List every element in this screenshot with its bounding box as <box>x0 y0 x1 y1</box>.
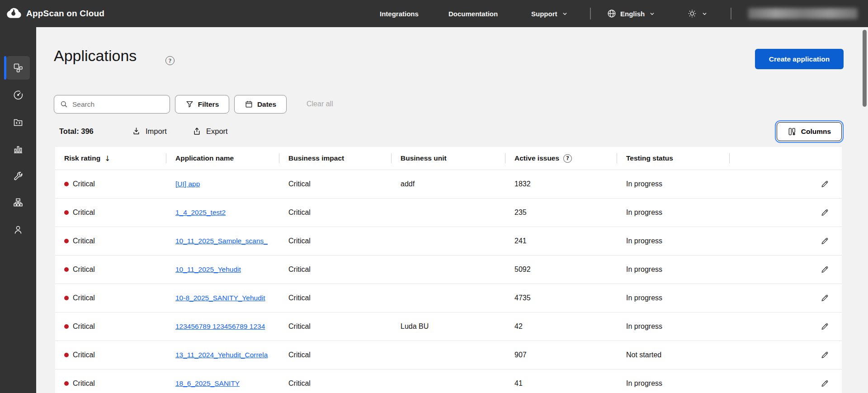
actions-cell <box>730 180 842 189</box>
application-link[interactable]: 123456789 123456789 1234 <box>175 322 265 331</box>
application-link[interactable]: 10-8_2025_SANITY_Yehudit <box>175 294 265 302</box>
testing-status-value: In progress <box>617 208 730 217</box>
risk-rating-cell: Critical <box>55 237 166 245</box>
sidebar-item-code-projects[interactable] <box>0 109 36 135</box>
table-row: Critical 18_6_2025_SANITY Critical 41 In… <box>55 369 842 393</box>
column-header-risk-rating[interactable]: Risk rating ↓ <box>55 147 166 170</box>
column-header-business-unit[interactable]: Business unit <box>392 147 505 170</box>
theme-selector[interactable] <box>687 0 708 27</box>
actions-cell <box>730 350 842 360</box>
active-issues-value: 41 <box>505 379 617 388</box>
sidebar-item-scans[interactable] <box>0 82 36 108</box>
language-selector[interactable]: English <box>607 0 656 27</box>
total-count: Total: 396 <box>59 127 94 136</box>
risk-rating-value: Critical <box>73 294 95 302</box>
user-account-menu-redacted[interactable] <box>748 8 858 19</box>
users-icon <box>6 218 30 241</box>
application-link[interactable]: 13_11_2024_Yehudit_Correla <box>175 351 268 359</box>
search-input[interactable] <box>72 100 154 109</box>
sidebar-item-users[interactable] <box>0 217 36 242</box>
active-issues-value: 42 <box>505 322 617 331</box>
business-impact-value: Critical <box>279 379 392 388</box>
table-row: Critical 123456789 123456789 1234 Critic… <box>55 312 842 341</box>
table-row: Critical 10_11_2025_Yehudit Critical 509… <box>55 255 842 284</box>
testing-status-value: In progress <box>617 322 730 331</box>
critical-dot-icon <box>64 296 69 300</box>
sidebar-item-applications[interactable] <box>0 55 36 80</box>
edit-icon[interactable] <box>820 265 829 274</box>
risk-rating-cell: Critical <box>55 351 166 359</box>
edit-icon[interactable] <box>820 379 829 388</box>
brand-name: AppScan on Cloud <box>26 9 104 19</box>
import-button[interactable]: Import <box>132 124 167 138</box>
vertical-scrollbar-thumb[interactable] <box>863 30 867 107</box>
active-issues-value: 907 <box>505 351 617 359</box>
risk-rating-cell: Critical <box>55 208 166 217</box>
page-help-icon[interactable]: ? <box>165 56 175 65</box>
edit-icon[interactable] <box>820 294 829 303</box>
application-link[interactable]: 18_6_2025_SANITY <box>175 379 240 388</box>
critical-dot-icon <box>64 210 69 215</box>
application-name-cell: 1_4_2025_test2 <box>166 208 279 217</box>
application-link[interactable]: [UI] app <box>175 180 200 188</box>
critical-dot-icon <box>64 381 69 386</box>
sidebar-item-reports[interactable] <box>0 136 36 161</box>
business-unit-value: Luda BU <box>392 322 505 331</box>
column-header-business-impact[interactable]: Business impact <box>279 147 392 170</box>
risk-rating-value: Critical <box>73 180 95 188</box>
business-impact-value: Critical <box>279 294 392 302</box>
scan-gauge-icon <box>6 83 30 107</box>
table-row: Critical 10-8_2025_SANITY_Yehudit Critic… <box>55 284 842 312</box>
edit-icon[interactable] <box>820 322 829 331</box>
sort-descending-icon[interactable]: ↓ <box>104 154 110 163</box>
column-header-active-issues[interactable]: Active issues ? <box>505 147 617 170</box>
application-link[interactable]: 1_4_2025_test2 <box>175 208 226 217</box>
business-impact-value: Critical <box>279 265 392 274</box>
nav-documentation[interactable]: Documentation <box>448 0 498 27</box>
columns-button[interactable]: Columns <box>777 122 842 141</box>
active-issues-help-icon[interactable]: ? <box>563 154 572 163</box>
nav-support[interactable]: Support <box>531 0 569 27</box>
testing-status-value: In progress <box>617 180 730 188</box>
edit-icon[interactable] <box>820 237 829 246</box>
column-header-application-name[interactable]: Application name <box>166 147 279 170</box>
business-impact-value: Critical <box>279 237 392 245</box>
risk-rating-value: Critical <box>73 208 95 217</box>
edit-icon[interactable] <box>820 350 829 360</box>
edit-icon[interactable] <box>820 180 829 189</box>
nav-integrations[interactable]: Integrations <box>380 0 419 27</box>
risk-rating-value: Critical <box>73 379 95 388</box>
applications-icon <box>6 56 30 80</box>
critical-dot-icon <box>64 353 69 357</box>
filters-button[interactable]: Filters <box>175 95 229 114</box>
application-link[interactable]: 10_11_2025_Yehudit <box>175 265 241 274</box>
active-issues-value: 4735 <box>505 294 617 302</box>
clear-all-button[interactable]: Clear all <box>307 100 333 108</box>
risk-rating-cell: Critical <box>55 379 166 388</box>
chevron-down-icon <box>561 10 569 18</box>
table-header-row: Risk rating ↓ Application name Business … <box>55 147 842 170</box>
application-name-cell: [UI] app <box>166 180 279 188</box>
application-link[interactable]: 10_11_2025_Sample_scans_ <box>175 237 268 245</box>
active-issues-value: 235 <box>505 208 617 217</box>
critical-dot-icon <box>64 267 69 272</box>
table-row: Critical 1_4_2025_test2 Critical 235 In … <box>55 198 842 227</box>
create-application-button[interactable]: Create application <box>755 49 844 69</box>
columns-settings-icon <box>788 127 797 136</box>
export-button[interactable]: Export <box>192 124 228 138</box>
table-row: Critical 10_11_2025_Sample_scans_ Critic… <box>55 227 842 255</box>
page-title: Applications <box>54 47 137 65</box>
business-impact-value: Critical <box>279 322 392 331</box>
critical-dot-icon <box>64 182 69 186</box>
edit-icon[interactable] <box>820 208 829 217</box>
critical-dot-icon <box>64 324 69 329</box>
column-header-testing-status[interactable]: Testing status <box>617 147 730 170</box>
sidebar-item-tools[interactable] <box>0 163 36 189</box>
dates-button[interactable]: Dates <box>234 95 287 114</box>
application-name-cell: 18_6_2025_SANITY <box>166 379 279 388</box>
testing-status-value: In progress <box>617 237 730 245</box>
sidebar-item-organization[interactable] <box>0 190 36 215</box>
risk-rating-cell: Critical <box>55 180 166 188</box>
application-name-cell: 10-8_2025_SANITY_Yehudit <box>166 294 279 302</box>
actions-cell <box>730 265 842 274</box>
